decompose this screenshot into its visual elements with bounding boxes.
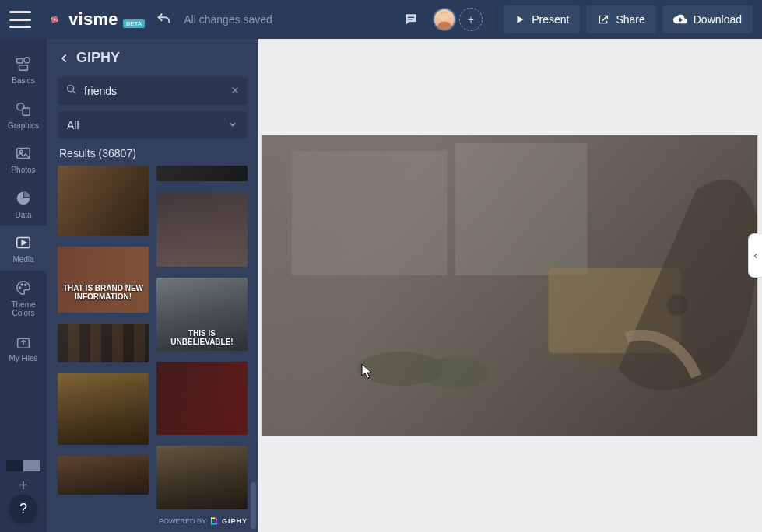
rail-label: Photos bbox=[11, 166, 35, 175]
filter-dropdown[interactable]: All bbox=[58, 111, 248, 139]
svg-rect-4 bbox=[408, 17, 414, 18]
help-button[interactable]: ? bbox=[9, 495, 37, 523]
svg-point-3 bbox=[54, 19, 56, 21]
rail-photos[interactable]: Photos bbox=[0, 136, 47, 181]
palette-icon bbox=[14, 278, 33, 297]
rail-data[interactable]: Data bbox=[0, 181, 47, 226]
powered-by-giphy: POWERED BY GIPHY bbox=[159, 516, 248, 526]
save-status: All changes saved bbox=[184, 13, 272, 26]
graphics-icon bbox=[14, 100, 33, 118]
svg-rect-5 bbox=[408, 19, 413, 19]
logo-text: visme bbox=[68, 9, 118, 30]
app-logo[interactable]: visme BETA bbox=[45, 9, 145, 30]
svg-rect-27 bbox=[292, 151, 448, 275]
svg-rect-7 bbox=[17, 59, 23, 64]
gif-result[interactable] bbox=[156, 192, 248, 267]
filter-value: All bbox=[67, 119, 79, 131]
expand-handle[interactable] bbox=[748, 233, 762, 278]
rail-label: Basics bbox=[12, 76, 34, 86]
gif-caption: THAT IS BRAND NEW INFORMATION! bbox=[58, 284, 149, 301]
svg-point-6 bbox=[441, 12, 448, 20]
rail-label: Graphics bbox=[8, 121, 39, 131]
canvas[interactable] bbox=[258, 39, 762, 532]
undo-button[interactable] bbox=[156, 11, 173, 28]
rail-theme-colors[interactable]: Theme Colors bbox=[0, 271, 47, 324]
gif-result[interactable] bbox=[58, 373, 149, 445]
search-icon bbox=[65, 83, 78, 99]
search-input[interactable] bbox=[84, 85, 224, 97]
media-icon bbox=[14, 233, 33, 252]
gif-result[interactable] bbox=[58, 324, 149, 362]
comments-button[interactable] bbox=[397, 5, 425, 33]
gif-result[interactable] bbox=[156, 362, 248, 435]
panel-scrollbar[interactable] bbox=[251, 218, 256, 532]
tool-rail: Basics Graphics Photos Data Media Theme … bbox=[0, 39, 47, 532]
beta-badge: BETA bbox=[123, 19, 145, 28]
panel-title: GIPHY bbox=[76, 50, 120, 66]
present-button[interactable]: Present bbox=[504, 5, 580, 33]
svg-point-16 bbox=[21, 283, 23, 285]
rail-media[interactable]: Media bbox=[0, 226, 47, 271]
svg-point-19 bbox=[68, 86, 74, 92]
slide[interactable] bbox=[262, 135, 757, 436]
svg-point-32 bbox=[420, 357, 490, 388]
svg-rect-23 bbox=[211, 523, 217, 525]
gif-result[interactable] bbox=[156, 166, 248, 181]
photos-icon bbox=[14, 144, 33, 163]
rail-label: Data bbox=[15, 211, 31, 220]
logo-mark-icon bbox=[45, 10, 64, 29]
svg-rect-8 bbox=[24, 58, 30, 63]
svg-rect-9 bbox=[19, 65, 28, 70]
gif-result[interactable] bbox=[156, 446, 248, 509]
top-bar: visme BETA All changes saved + Present S… bbox=[0, 0, 762, 39]
svg-point-17 bbox=[25, 284, 26, 285]
present-label: Present bbox=[532, 13, 569, 26]
cursor-icon bbox=[361, 363, 374, 382]
gif-caption: THIS IS UNBELIEVABLE! bbox=[156, 329, 248, 346]
download-button[interactable]: Download bbox=[662, 5, 753, 33]
chevron-down-icon bbox=[227, 119, 238, 132]
results-grid[interactable]: THAT IS BRAND NEW INFORMATION! THIS IS U… bbox=[47, 166, 258, 532]
gif-result[interactable]: THAT IS BRAND NEW INFORMATION! bbox=[58, 247, 149, 313]
clear-search-button[interactable] bbox=[230, 84, 240, 98]
zoom-in-button[interactable]: + bbox=[19, 476, 28, 495]
share-button[interactable]: Share bbox=[586, 5, 655, 33]
rail-my-files[interactable]: My Files bbox=[0, 324, 47, 369]
svg-point-15 bbox=[19, 286, 20, 288]
main-area: Basics Graphics Photos Data Media Theme … bbox=[0, 39, 762, 532]
search-field[interactable] bbox=[58, 77, 248, 105]
basics-icon bbox=[14, 54, 33, 73]
share-label: Share bbox=[616, 13, 644, 26]
results-count: Results (36807) bbox=[47, 147, 258, 166]
menu-button[interactable] bbox=[9, 11, 31, 28]
view-toggle[interactable] bbox=[6, 460, 40, 471]
svg-rect-28 bbox=[455, 143, 588, 275]
gif-result[interactable]: THIS IS UNBELIEVABLE! bbox=[156, 278, 248, 351]
rail-graphics[interactable]: Graphics bbox=[0, 92, 47, 137]
svg-rect-24 bbox=[215, 518, 216, 520]
rail-label: Media bbox=[12, 255, 33, 264]
gif-result[interactable] bbox=[58, 456, 149, 495]
add-collaborator-button[interactable]: + bbox=[459, 8, 483, 31]
user-avatar[interactable] bbox=[433, 8, 456, 31]
rail-label: Theme Colors bbox=[0, 300, 47, 318]
media-panel: GIPHY All Results (36807) THAT IS BRAND … bbox=[47, 39, 258, 532]
svg-rect-22 bbox=[211, 518, 215, 520]
download-label: Download bbox=[694, 13, 742, 26]
back-button[interactable] bbox=[59, 51, 70, 65]
rail-label: My Files bbox=[9, 354, 37, 363]
rail-basics[interactable]: Basics bbox=[0, 47, 47, 92]
upload-icon bbox=[14, 332, 33, 351]
collaborators: + bbox=[433, 8, 483, 31]
svg-rect-25 bbox=[216, 519, 217, 520]
gif-result[interactable] bbox=[58, 166, 149, 236]
data-icon bbox=[14, 189, 33, 208]
